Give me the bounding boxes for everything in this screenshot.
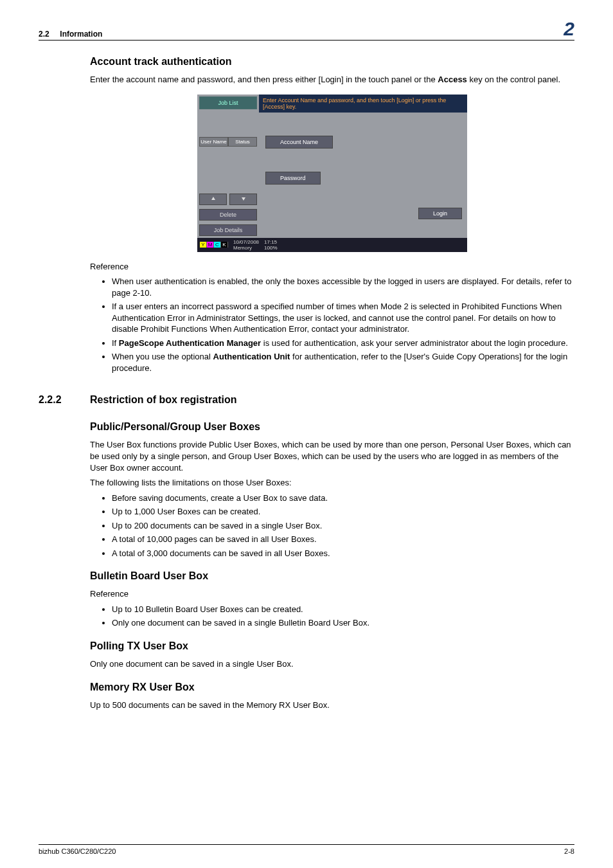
header-section-title: Information bbox=[60, 30, 102, 39]
reference-label: Reference bbox=[90, 261, 574, 273]
date-value: 10/07/2008 bbox=[233, 239, 259, 245]
running-header: 2.2 Information 2 bbox=[39, 19, 574, 41]
section-title: Restriction of box registration bbox=[90, 394, 236, 406]
footer-page-number: 2-8 bbox=[564, 847, 574, 855]
list-item: Up to 10 Bulletin Board User Boxes can b… bbox=[112, 604, 574, 615]
job-details-button[interactable]: Job Details bbox=[199, 224, 257, 236]
password-field[interactable]: Password bbox=[265, 172, 321, 185]
list-item: A total of 3,000 documents can be saved … bbox=[112, 548, 574, 559]
list-item: Up to 1,000 User Boxes can be created. bbox=[112, 506, 574, 518]
ref-bullet: When user authentication is enabled, the… bbox=[112, 276, 574, 298]
delete-button[interactable]: Delete bbox=[199, 209, 257, 221]
prompt-message: Enter Account Name and password, and the… bbox=[259, 95, 467, 113]
header-section-num: 2.2 bbox=[39, 30, 49, 39]
body-text: Only one document can be saved in a sing… bbox=[90, 658, 574, 670]
time-value: 17:15 bbox=[264, 239, 277, 245]
list-item: A total of 10,000 pages can be saved in … bbox=[112, 534, 574, 545]
list-item: Up to 200 documents can be saved in a si… bbox=[112, 520, 574, 532]
body-text: The following lists the limitations on t… bbox=[90, 477, 574, 489]
list-item: Only one document can be saved in a sing… bbox=[112, 617, 574, 629]
toner-ymck-indicator: YMCK bbox=[200, 242, 228, 248]
list-item: Before saving documents, create a User B… bbox=[112, 493, 574, 504]
memory-pct: 100% bbox=[264, 245, 277, 251]
account-name-field[interactable]: Account Name bbox=[265, 136, 333, 149]
heading-memory-rx: Memory RX User Box bbox=[90, 682, 574, 693]
heading-public-personal-group: Public/Personal/Group User Boxes bbox=[90, 421, 574, 433]
ref-bullet: When you use the optional Authentication… bbox=[112, 351, 574, 374]
status-tab[interactable]: Status bbox=[228, 137, 257, 147]
heading-bulletin: Bulletin Board User Box bbox=[90, 570, 574, 582]
user-name-tab[interactable]: User Name bbox=[199, 137, 228, 147]
page-footer: bizhub C360/C280/C220 2-8 bbox=[39, 844, 574, 855]
footer-model: bizhub C360/C280/C220 bbox=[39, 847, 116, 855]
ref-bullet: If a user enters an incorrect password a… bbox=[112, 301, 574, 335]
up-arrow-button[interactable] bbox=[199, 194, 227, 205]
down-arrow-button[interactable] bbox=[229, 194, 257, 205]
chapter-number: 2 bbox=[564, 19, 574, 39]
heading-account-track: Account track authentication bbox=[90, 56, 574, 68]
section-number: 2.2.2 bbox=[39, 394, 90, 406]
ref-bullet: If PageScope Authentication Manager is u… bbox=[112, 338, 574, 349]
touch-panel-screenshot: Job List User Name Status Delete Job Det… bbox=[197, 95, 467, 252]
job-list-button[interactable]: Job List bbox=[199, 96, 257, 109]
heading-polling: Polling TX User Box bbox=[90, 640, 574, 652]
intro-text: Enter the account name and password, and… bbox=[90, 74, 574, 86]
login-button[interactable]: Login bbox=[418, 208, 462, 219]
body-text: Up to 500 documents can be saved in the … bbox=[90, 700, 574, 711]
body-text: The User Box functions provide Public Us… bbox=[90, 439, 574, 473]
reference-label: Reference bbox=[90, 588, 574, 600]
memory-label: Memory bbox=[233, 245, 252, 251]
